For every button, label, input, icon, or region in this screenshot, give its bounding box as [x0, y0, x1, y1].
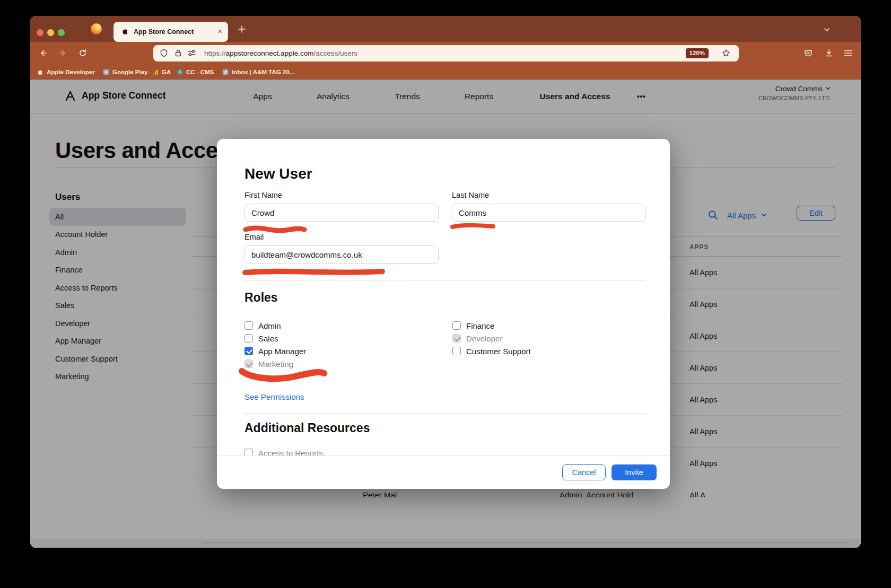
cancel-button[interactable]: Cancel	[562, 464, 606, 480]
role-option-sales[interactable]: Sales	[244, 332, 430, 345]
bookmark-label: Apple Developer	[47, 69, 95, 75]
modal-title: New User	[244, 165, 312, 182]
url-text[interactable]: https://appstoreconnect.apple.com/access…	[204, 45, 357, 62]
tab-strip: App Store Connect ×	[30, 16, 861, 42]
roles-column-0: AdminSalesApp ManagerMarketing	[244, 319, 430, 370]
close-window-button[interactable]	[37, 29, 43, 36]
circle-c-icon: C	[177, 69, 183, 75]
apple-icon	[37, 69, 43, 75]
browser-toolbar: https://appstoreconnect.apple.com/access…	[30, 42, 861, 64]
bookmarks-bar: Apple DeveloperGoogle PlayGACCC - CMSInb…	[30, 64, 861, 80]
back-icon[interactable]	[39, 48, 48, 60]
browser-window: App Store Connect ×	[30, 16, 861, 548]
role-label: App Manager	[258, 347, 306, 356]
bookmark-item-ga[interactable]: GA	[152, 64, 171, 80]
forward-icon[interactable]	[58, 48, 67, 60]
bookmark-label: CC - CMS	[186, 69, 214, 75]
first-name-label: First Name	[244, 191, 282, 199]
bookmark-item-inbox-a-m-tag-20[interactable]: Inbox | A&M TAG 20...	[222, 64, 294, 80]
new-user-modal: New User First Name Last Name Email Role…	[217, 139, 670, 489]
tab-title: App Store Connect	[134, 28, 194, 36]
bookmark-item-cc-cms[interactable]: CCC - CMS	[177, 64, 214, 80]
permissions-icon[interactable]	[187, 49, 196, 59]
url-scheme: https://	[204, 49, 226, 57]
url-bar[interactable]: https://appstoreconnect.apple.com/access…	[153, 45, 739, 62]
role-option-app-manager[interactable]: App Manager	[244, 345, 430, 357]
checkbox-unchecked[interactable]	[244, 334, 253, 343]
role-label: Finance	[466, 321, 494, 330]
additional-option-label: Access to Reports	[258, 449, 323, 455]
checkbox-unchecked[interactable]	[244, 321, 253, 330]
screen: App Store Connect ×	[0, 0, 891, 588]
maximize-window-button[interactable]	[58, 29, 65, 36]
additional-resources-heading: Additional Resources	[244, 421, 370, 435]
role-label: Marketing	[258, 359, 293, 368]
see-permissions-link[interactable]: See Permissions	[244, 392, 304, 401]
hamburger-menu-icon[interactable]	[843, 49, 853, 59]
checkbox-unchecked[interactable]	[244, 449, 253, 455]
tab-list-chevron-icon[interactable]	[823, 25, 831, 36]
flag-icon	[222, 69, 229, 75]
role-option-finance[interactable]: Finance	[452, 319, 638, 332]
play-icon	[103, 69, 109, 75]
checkbox-unchecked[interactable]	[452, 347, 461, 355]
section-divider	[244, 413, 646, 414]
bookmark-item-apple-developer[interactable]: Apple Developer	[37, 64, 95, 80]
new-tab-button[interactable]	[237, 24, 247, 36]
url-path: /access/users	[313, 49, 357, 57]
role-option-customer-support[interactable]: Customer Support	[452, 345, 638, 357]
role-label: Sales	[258, 334, 278, 343]
email-field[interactable]	[244, 245, 439, 264]
roles-column-1: FinanceDeveloperCustomer Support	[452, 319, 638, 357]
modal-footer: Cancel Invite	[217, 455, 670, 489]
checkbox-unchecked[interactable]	[452, 321, 461, 330]
pocket-icon[interactable]	[803, 48, 813, 60]
browser-tab[interactable]: App Store Connect ×	[113, 22, 228, 42]
role-option-developer[interactable]: Developer	[452, 332, 638, 345]
svg-text:C: C	[179, 70, 181, 74]
additional-resources-option-clipped[interactable]: Access to Reports	[244, 449, 323, 455]
download-icon[interactable]	[824, 48, 834, 60]
role-label: Customer Support	[466, 347, 531, 356]
section-divider	[244, 280, 646, 281]
last-name-label: Last Name	[452, 191, 489, 199]
url-host: appstoreconnect.apple.com	[226, 49, 314, 57]
bookmark-item-google-play[interactable]: Google Play	[103, 64, 147, 80]
checkbox-checked-disabled[interactable]	[452, 334, 461, 343]
role-label: Admin	[258, 321, 281, 330]
role-label: Developer	[466, 334, 502, 343]
first-name-field[interactable]	[244, 204, 439, 222]
role-option-marketing[interactable]: Marketing	[244, 357, 430, 370]
roles-heading: Roles	[244, 291, 278, 305]
bookmark-label: Inbox | A&M TAG 20...	[232, 69, 294, 75]
checkbox-checked[interactable]	[244, 347, 253, 355]
ga-icon	[152, 69, 159, 75]
firefox-icon	[91, 23, 102, 34]
bookmark-star-icon[interactable]	[722, 49, 730, 59]
email-label: Email	[244, 233, 264, 241]
lock-icon[interactable]	[174, 49, 182, 59]
role-option-admin[interactable]: Admin	[244, 319, 430, 332]
last-name-field[interactable]	[452, 204, 646, 222]
zoom-level-badge[interactable]: 120%	[686, 48, 709, 58]
apple-icon	[121, 28, 129, 37]
bookmark-label: GA	[162, 69, 171, 75]
shield-icon[interactable]	[160, 49, 168, 59]
bookmark-label: Google Play	[112, 69, 147, 75]
invite-button[interactable]: Invite	[612, 464, 657, 480]
minimize-window-button[interactable]	[47, 29, 54, 36]
reload-icon[interactable]	[78, 48, 88, 60]
checkbox-checked-disabled[interactable]	[244, 359, 253, 368]
tab-close-icon[interactable]: ×	[217, 27, 222, 36]
